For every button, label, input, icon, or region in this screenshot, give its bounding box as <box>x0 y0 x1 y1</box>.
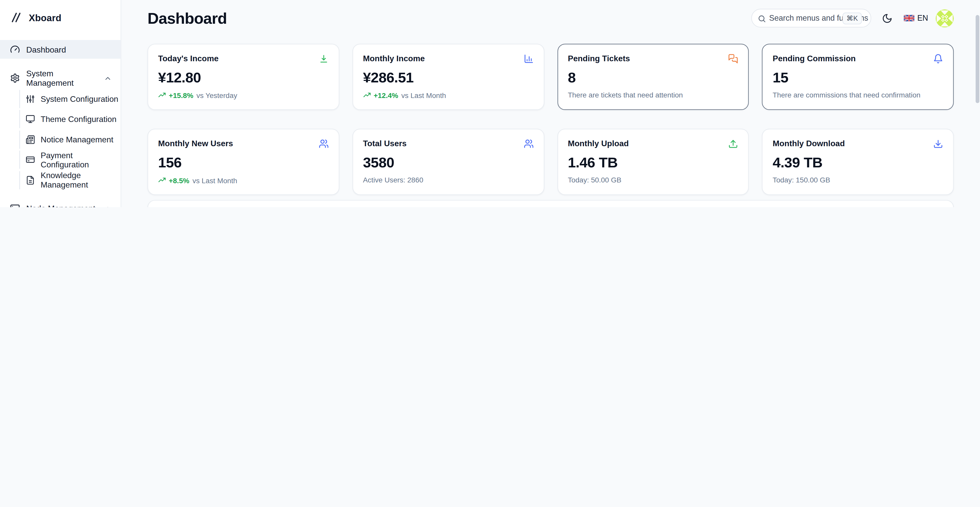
avatar-identicon <box>935 9 954 27</box>
card-subtext: There are tickets that need attention <box>568 91 738 99</box>
logo[interactable]: Xboard <box>0 0 121 35</box>
server-icon <box>10 203 20 207</box>
stat-cards: Today's Income ¥12.80 +15.8% vs Yesterda… <box>148 44 954 195</box>
upload-icon <box>729 139 738 149</box>
stat-card-monthly-upload: Monthly Upload 1.46 TB Today: 50.00 GB <box>557 129 749 195</box>
app-window: Xboard Dashboard System Management Syste… <box>0 0 980 207</box>
stat-card-monthly-download: Monthly Download 4.39 TB Today: 150.00 G… <box>762 129 954 195</box>
sidebar-item-label: Theme Configuration <box>41 114 116 124</box>
avatar[interactable] <box>935 9 954 27</box>
chevron-up-icon <box>104 204 112 207</box>
sidebar: Xboard Dashboard System Management Syste… <box>0 0 121 207</box>
card-subtext: +15.8% vs Yesterday <box>158 91 329 100</box>
sidebar-item-label: Payment Configuration <box>41 150 121 169</box>
sidebar-group-node-header[interactable]: Node Management <box>0 199 121 207</box>
messages-icon <box>729 54 738 64</box>
page-title: Dashboard <box>148 9 227 27</box>
card-title: Monthly New Users <box>158 139 233 148</box>
sidebar-nav: Dashboard System Management System Confi… <box>0 35 121 207</box>
sliders-icon <box>25 94 35 103</box>
card-value: 15 <box>773 69 943 86</box>
sidebar-item-label: System Configuration <box>41 94 118 103</box>
card-subtext: Active Users: 2860 <box>363 176 533 184</box>
gear-icon <box>10 73 20 83</box>
bell-icon <box>933 54 943 64</box>
scrollbar-thumb[interactable] <box>976 15 980 103</box>
card-subtext: +12.4% vs Last Month <box>363 91 533 100</box>
page-header: Dashboard ⌘K <box>148 0 954 36</box>
stat-card-monthly-income: Monthly Income ¥286.51 +12.4% vs Last Mo… <box>352 44 544 110</box>
download-to-line-icon <box>318 54 328 64</box>
main-content: Dashboard ⌘K <box>121 0 980 207</box>
uk-flag-icon <box>904 14 914 22</box>
theme-toggle-button[interactable] <box>878 10 896 27</box>
trending-up-icon <box>363 91 371 100</box>
card-subtext: Today: 50.00 GB <box>568 176 738 184</box>
stat-card-pending-commission[interactable]: Pending Commission 15 There are commissi… <box>762 44 954 110</box>
sidebar-item-knowledge-management[interactable]: Knowledge Management <box>19 171 121 189</box>
sidebar-item-payment-configuration[interactable]: Payment Configuration <box>19 151 121 168</box>
users-icon <box>318 139 328 149</box>
sidebar-item-notice-management[interactable]: Notice Management <box>19 130 121 148</box>
sidebar-item-label: Knowledge Management <box>41 171 121 189</box>
file-text-icon <box>25 175 35 185</box>
trending-up-icon <box>158 91 166 100</box>
sidebar-group-node: Node Management Node Management Permissi… <box>0 199 121 207</box>
stat-card-total-users: Total Users 3580 Active Users: 2860 <box>352 129 544 195</box>
sidebar-item-theme-configuration[interactable]: Theme Configuration <box>19 110 121 128</box>
search-icon <box>757 14 766 23</box>
card-title: Total Users <box>363 139 407 148</box>
group-label: Node Management <box>26 203 97 207</box>
logo-text: Xboard <box>29 12 62 23</box>
card-title: Today's Income <box>158 54 219 63</box>
monitor-icon <box>25 114 35 124</box>
card-title: Pending Commission <box>773 54 856 63</box>
card-subtext: There are commissions that need confirma… <box>773 91 943 99</box>
card-subtext: +8.5% vs Last Month <box>158 176 329 184</box>
moon-icon <box>882 13 893 24</box>
gauge-icon <box>10 45 20 54</box>
sidebar-group-system-header[interactable]: System Management <box>0 68 121 87</box>
header-actions: ⌘K EN <box>751 9 954 27</box>
card-title: Pending Tickets <box>568 54 630 63</box>
trend-badge: +15.8% <box>158 91 193 100</box>
revenue-overview-card: Revenue Overview 2024-12-17 to 2025-01-1… <box>148 200 954 207</box>
sidebar-item-dashboard[interactable]: Dashboard <box>0 40 121 59</box>
command-k-shortcut: ⌘K <box>843 13 862 24</box>
card-value: 4.39 TB <box>773 154 943 171</box>
language-label: EN <box>917 14 928 22</box>
sidebar-item-system-configuration[interactable]: System Configuration <box>19 89 121 108</box>
card-value: 8 <box>568 69 738 86</box>
card-subtext: Today: 150.00 GB <box>773 176 943 184</box>
stat-card-pending-tickets[interactable]: Pending Tickets 8 There are tickets that… <box>557 44 749 110</box>
chart-column-icon <box>523 54 533 64</box>
language-switcher[interactable]: EN <box>904 14 928 22</box>
sidebar-group-system: System Management System Configuration T… <box>0 68 121 189</box>
stat-card-monthly-new-users: Monthly New Users 156 +8.5% vs Last Mont… <box>148 129 339 195</box>
logo-icon <box>10 11 22 24</box>
chevron-up-icon <box>104 74 112 82</box>
trending-up-icon <box>158 176 166 184</box>
card-value: ¥12.80 <box>158 69 329 86</box>
trend-badge: +12.4% <box>363 91 398 100</box>
card-value: ¥286.51 <box>363 69 533 86</box>
card-title: Monthly Download <box>773 139 845 148</box>
group-label: System Management <box>26 68 97 87</box>
search-box[interactable]: ⌘K <box>751 9 871 27</box>
credit-card-icon <box>25 155 35 164</box>
users-icon <box>523 139 533 149</box>
newspaper-icon <box>25 135 35 144</box>
stat-card-todays-income: Today's Income ¥12.80 +15.8% vs Yesterda… <box>148 44 339 110</box>
card-title: Monthly Income <box>363 54 425 63</box>
card-title: Monthly Upload <box>568 139 629 148</box>
download-icon <box>933 139 943 149</box>
trend-badge: +8.5% <box>158 176 189 184</box>
sidebar-item-label: Notice Management <box>41 135 113 144</box>
card-value: 156 <box>158 154 329 171</box>
sidebar-item-label: Dashboard <box>26 45 66 54</box>
card-value: 1.46 TB <box>568 154 738 171</box>
card-value: 3580 <box>363 154 533 171</box>
